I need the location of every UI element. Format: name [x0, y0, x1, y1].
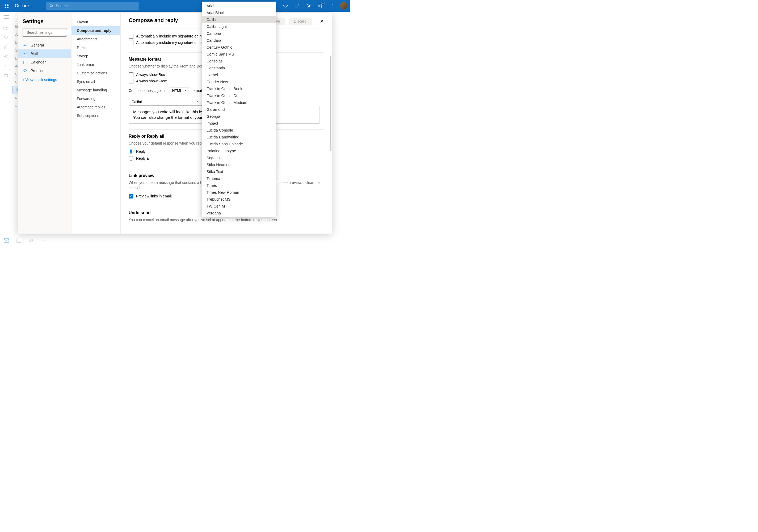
view-quick-settings[interactable]: ‹ View quick settings: [18, 75, 71, 84]
nav1-label: General: [31, 43, 44, 47]
nav2-item[interactable]: Attachments: [72, 35, 121, 43]
nav1-label: Mail: [31, 51, 38, 56]
radio[interactable]: [129, 156, 133, 161]
font-option[interactable]: Trebuchet MS: [202, 196, 276, 203]
font-option[interactable]: Times New Roman: [202, 189, 276, 196]
checkbox-label: Always show Bcc: [136, 73, 165, 77]
svg-rect-33: [23, 52, 27, 55]
svg-rect-4: [7, 5, 8, 6]
font-option[interactable]: Calibri: [202, 16, 276, 23]
nav1-premium[interactable]: Premium: [18, 66, 71, 75]
font-option[interactable]: Franklin Gothic Medium: [202, 99, 276, 106]
font-option[interactable]: Tahoma: [202, 175, 276, 182]
premium-icon[interactable]: [280, 1, 291, 11]
settings-search[interactable]: [22, 28, 66, 37]
nav2-item[interactable]: Rules: [72, 43, 121, 52]
checkbox[interactable]: [129, 194, 133, 198]
font-option[interactable]: Garamond: [202, 106, 276, 113]
font-option[interactable]: Times: [202, 182, 276, 189]
font-option[interactable]: Lucida Console: [202, 127, 276, 134]
font-select[interactable]: Calibri: [129, 98, 202, 106]
discard-button[interactable]: Discard: [289, 17, 312, 25]
nav2-item[interactable]: Sync email: [72, 77, 121, 86]
font-option[interactable]: Verdana: [202, 210, 276, 216]
checkbox[interactable]: [129, 40, 133, 45]
nav2-item[interactable]: Subscriptions: [72, 111, 121, 120]
gear-icon[interactable]: [303, 1, 314, 11]
nav2-item[interactable]: Layout: [72, 18, 121, 26]
checkbox-label: Automatically include my signature on ne…: [136, 34, 207, 38]
nav2-item[interactable]: Customize actions: [72, 69, 121, 77]
chevron-down-icon: [197, 101, 200, 103]
nav2-item[interactable]: Message handling: [72, 86, 121, 94]
checkbox[interactable]: [129, 72, 133, 77]
font-option[interactable]: Lucida Handwriting: [202, 134, 276, 141]
label: format: [191, 88, 202, 93]
checkbox[interactable]: [129, 79, 133, 83]
settings-search-input[interactable]: [27, 30, 73, 35]
settings-title: Settings: [18, 17, 71, 28]
svg-rect-5: [9, 5, 9, 6]
checkbox-label: Automatically include my signature on me…: [136, 40, 208, 45]
help-icon[interactable]: ?: [327, 1, 337, 11]
megaphone-icon[interactable]: 5: [315, 1, 326, 11]
font-option[interactable]: Cambria: [202, 30, 276, 37]
gear-icon: [23, 43, 27, 47]
nav1-mail[interactable]: Mail: [18, 50, 71, 58]
notification-badge: 5: [321, 2, 325, 5]
app-launcher-icon[interactable]: [2, 1, 13, 11]
todo-icon[interactable]: [292, 1, 302, 11]
scrollbar-thumb[interactable]: [330, 55, 331, 151]
search-input[interactable]: [56, 4, 136, 8]
font-option[interactable]: Lucida Sans Unicode: [202, 141, 276, 148]
font-option[interactable]: Franklin Gothic Book: [202, 85, 276, 92]
scrollbar[interactable]: [329, 55, 332, 156]
svg-point-32: [24, 45, 25, 46]
quick-settings-label: View quick settings: [25, 78, 57, 82]
font-option[interactable]: Sitka Heading: [202, 161, 276, 168]
nav1-label: Calendar: [31, 60, 46, 64]
font-option[interactable]: Consolas: [202, 58, 276, 65]
settings-nav-primary: Settings General Mail Calendar Premium ‹…: [18, 13, 72, 234]
font-option[interactable]: Segoe UI: [202, 154, 276, 161]
font-option[interactable]: Arial Black: [202, 9, 276, 16]
font-option[interactable]: Candara: [202, 37, 276, 44]
radio[interactable]: [129, 149, 133, 154]
font-option[interactable]: Comic Sans MS: [202, 51, 276, 58]
font-dropdown[interactable]: ArialArial BlackCalibriCalibri LightCamb…: [202, 2, 276, 217]
close-icon[interactable]: ✕: [318, 17, 326, 25]
nav1-general[interactable]: General: [18, 41, 71, 50]
font-option[interactable]: Courier New: [202, 79, 276, 85]
svg-rect-2: [9, 4, 9, 5]
font-option[interactable]: Georgia: [202, 113, 276, 120]
nav2-item[interactable]: Compose and reply: [72, 26, 121, 35]
nav2-item[interactable]: Sweep: [72, 52, 121, 60]
nav1-label: Premium: [31, 69, 46, 73]
format-select[interactable]: HTML: [169, 87, 189, 94]
font-option[interactable]: Century Gothic: [202, 44, 276, 51]
nav2-item[interactable]: Forwarding: [72, 94, 121, 103]
search-box[interactable]: [47, 2, 138, 10]
font-option[interactable]: Corbel: [202, 72, 276, 79]
svg-line-10: [52, 6, 53, 8]
svg-rect-6: [5, 7, 6, 8]
nav2-item[interactable]: Automatic replies: [72, 103, 121, 111]
font-option[interactable]: Impact: [202, 120, 276, 127]
checkbox[interactable]: [129, 34, 133, 39]
font-option[interactable]: Arial: [202, 2, 276, 9]
svg-point-11: [308, 5, 310, 7]
svg-rect-1: [7, 4, 8, 5]
avatar[interactable]: [340, 2, 348, 10]
font-option[interactable]: Constantia: [202, 65, 276, 72]
svg-rect-8: [9, 7, 9, 8]
svg-rect-7: [7, 7, 8, 8]
font-option[interactable]: Sitka Text: [202, 168, 276, 175]
nav2-item[interactable]: Junk email: [72, 60, 121, 69]
nav1-calendar[interactable]: Calendar: [18, 58, 71, 66]
font-option[interactable]: Calibri Light: [202, 23, 276, 30]
chevron-left-icon: ‹: [22, 78, 24, 82]
font-option[interactable]: TW Cen MT: [202, 203, 276, 210]
mail-icon: [23, 52, 27, 55]
font-option[interactable]: Franklin Gothic Demi: [202, 92, 276, 99]
font-option[interactable]: Palatino Linotype: [202, 148, 276, 154]
